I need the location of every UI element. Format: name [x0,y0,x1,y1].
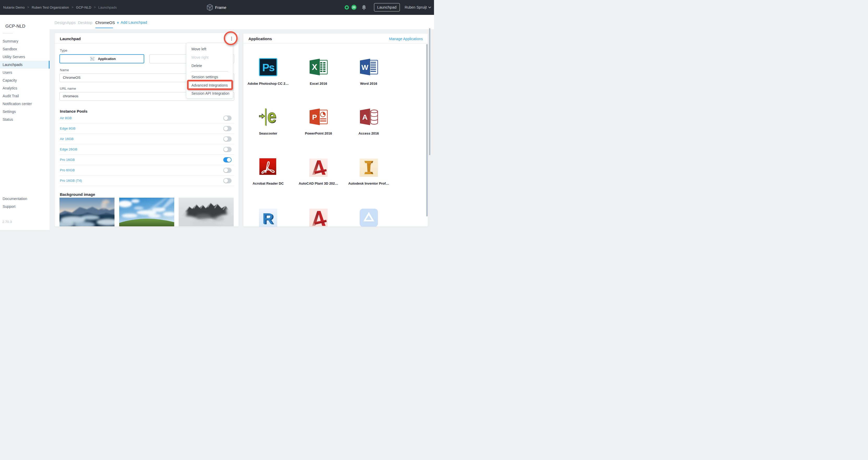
svg-text:e: e [267,108,276,126]
svg-text:X: X [312,63,317,72]
svg-text:Ps: Ps [262,62,274,73]
svg-text:W: W [361,63,368,71]
svg-text:R: R [262,210,273,226]
svg-text:A: A [362,113,367,121]
svg-text:P: P [312,113,317,121]
